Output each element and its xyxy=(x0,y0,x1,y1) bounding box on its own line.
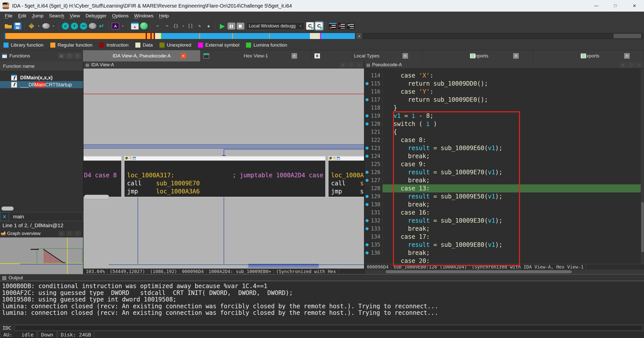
text-view-button[interactable]: T xyxy=(71,22,78,30)
quick-start-dropdown[interactable]: ▼ xyxy=(37,22,41,30)
edit-function-button[interactable]: ✎ xyxy=(196,22,203,30)
navband-left-arrow[interactable]: ◄ xyxy=(356,33,362,39)
open-file-button[interactable] xyxy=(4,22,12,30)
view-float-icon[interactable]: ❐ xyxy=(348,62,354,68)
tab-local-types[interactable]: 0Local Types✕ xyxy=(311,50,422,61)
idc-command-input[interactable] xyxy=(15,325,642,331)
menu-help[interactable]: Help xyxy=(156,12,172,19)
function-list-item[interactable]: f___DllMainCRTStartup xyxy=(0,81,83,88)
stop-process-button[interactable] xyxy=(237,23,244,29)
graph-canvas[interactable]: D4 case 8 ✎ loc_1000A317: ; jumptable 10… xyxy=(84,69,364,268)
pause-process-button[interactable] xyxy=(228,23,235,29)
pseudocode-line[interactable]: 117 return sub_10009DE0(); xyxy=(365,96,644,104)
step-into-button[interactable]: C xyxy=(306,22,314,30)
breakpoint-list-button[interactable] xyxy=(329,23,337,29)
database-snapshot-button[interactable] xyxy=(42,23,50,29)
quick-start-button[interactable] xyxy=(28,22,35,30)
thread-list-button[interactable] xyxy=(338,23,346,29)
menu-jump[interactable]: Jump xyxy=(29,12,46,19)
tab-close-icon[interactable]: ✕ xyxy=(403,53,408,59)
navband-scroll-handle[interactable] xyxy=(614,34,641,38)
block-title-bar[interactable]: ✎ xyxy=(329,156,364,161)
binary-view-button[interactable]: 010 xyxy=(80,22,87,30)
graph-overlay-scrollbar[interactable] xyxy=(84,195,109,199)
pseudocode-line[interactable]: 116 case 'Y': xyxy=(365,88,644,96)
pseudocode-hscroll-handle[interactable] xyxy=(386,270,572,273)
tab-close-icon[interactable]: ✕ xyxy=(513,53,519,59)
module-list-button[interactable] xyxy=(347,23,355,29)
block-group-icon[interactable] xyxy=(337,157,340,160)
tab-close-icon[interactable]: ✕ xyxy=(624,53,630,59)
function-end-button[interactable]: ¬ xyxy=(163,22,171,30)
menu-view[interactable]: View xyxy=(67,12,83,19)
select-range-button[interactable]: [] xyxy=(187,22,194,30)
pseudocode-vscrollbar[interactable] xyxy=(641,69,644,264)
minimize-button[interactable]: — xyxy=(587,0,606,12)
chunk-dropdown[interactable]: ▼ xyxy=(181,22,185,30)
tab-close-icon[interactable]: ✕ xyxy=(292,53,297,59)
step-over-button[interactable]: C xyxy=(315,22,323,30)
start-process-button[interactable]: ▶ xyxy=(219,22,226,30)
block-edit-icon[interactable]: ✎ xyxy=(129,157,132,160)
ascii-strings-button[interactable]: A xyxy=(112,23,119,29)
pseudocode-line[interactable]: 115 return sub_10009DD0(); xyxy=(365,80,644,88)
navigate-button[interactable]: → xyxy=(89,23,96,29)
pseudo-close-icon[interactable]: ✕ xyxy=(636,62,642,68)
breakpoint-button[interactable]: ▲ xyxy=(131,23,139,29)
tab-exports[interactable]: Exports✕ xyxy=(533,50,644,61)
maximize-button[interactable]: □ xyxy=(606,0,625,12)
functions-hscrollbar[interactable] xyxy=(2,207,14,211)
panel-close-icon[interactable]: ✕ xyxy=(74,53,81,59)
basic-block-loc-1000A317[interactable]: ✎ loc_1000A317: ; jumptable 1000A2D4 cas… xyxy=(124,156,326,197)
graph-overview-map[interactable] xyxy=(0,237,83,274)
hex-view-button[interactable]: # xyxy=(62,22,69,30)
block-title-bar[interactable] xyxy=(84,156,121,161)
return-button[interactable]: ↵ xyxy=(98,22,105,30)
snapshot-dropdown[interactable]: ▼ xyxy=(51,22,55,30)
overview-float-icon[interactable]: ❐ xyxy=(66,231,73,236)
function-list-item[interactable]: fDllMain(x,x,x) xyxy=(0,74,83,81)
function-chunk-button[interactable]: {} xyxy=(172,22,180,30)
block-edit-icon[interactable]: ✎ xyxy=(333,157,336,160)
function-name-column-header[interactable]: Function name xyxy=(0,61,83,71)
debugger-select[interactable]: Local Windows debugg xyxy=(246,22,304,30)
menu-options[interactable]: Options xyxy=(109,12,131,19)
menu-windows[interactable]: Windows xyxy=(131,12,156,19)
menu-search[interactable]: Search xyxy=(46,12,67,19)
tab-hex-view-1[interactable]: Hex View-1✕ xyxy=(200,50,311,61)
navband-drag-handle[interactable]: ⋮ xyxy=(0,32,4,40)
pseudocode-line[interactable]: 114 case 'X': xyxy=(365,72,644,80)
block-color-icon[interactable] xyxy=(125,157,128,160)
block-color-icon[interactable] xyxy=(329,157,332,160)
tab-imports[interactable]: Imports✕ xyxy=(422,50,533,61)
save-database-button[interactable] xyxy=(14,22,21,29)
view-dock-icon[interactable]: ▣ xyxy=(340,62,346,68)
overview-dock-icon[interactable]: ▣ xyxy=(58,231,65,236)
close-button[interactable]: ✕ xyxy=(625,0,644,12)
basic-block-partial-right[interactable]: ✎ loc_1000A3call sujmp sh xyxy=(328,156,364,197)
function-start-button[interactable]: ⌐ xyxy=(154,22,162,30)
pseudo-dock-icon[interactable]: ▣ xyxy=(620,62,626,68)
continue-process-button[interactable] xyxy=(140,22,148,29)
set-color-button[interactable]: ◆ xyxy=(205,22,212,30)
block-group-icon[interactable] xyxy=(133,157,136,160)
filter-text[interactable]: main xyxy=(9,212,83,221)
basic-block-partial-left[interactable]: D4 case 8 xyxy=(84,156,122,197)
navband-scrollbar[interactable] xyxy=(363,33,643,39)
pseudocode-vscroll-handle[interactable] xyxy=(641,202,644,252)
pseudocode-line[interactable]: 118 } xyxy=(365,104,644,112)
menu-edit[interactable]: Edit xyxy=(15,12,29,19)
menu-debugger[interactable]: Debugger xyxy=(83,12,109,19)
navigation-band[interactable] xyxy=(5,33,355,39)
filter-close-icon[interactable]: ✕ xyxy=(0,212,9,221)
pseudo-float-icon[interactable]: ❐ xyxy=(628,62,634,68)
block-title-bar[interactable]: ✎ xyxy=(125,156,325,161)
pseudocode-hscrollbar[interactable] xyxy=(365,269,644,274)
panel-dock-icon[interactable]: ▣ xyxy=(58,53,65,59)
strings-dropdown[interactable]: ▼ xyxy=(121,22,125,30)
view-close-icon[interactable]: ✕ xyxy=(356,62,363,68)
tab-close-icon[interactable]: ✕ xyxy=(181,53,186,59)
panel-float-icon[interactable]: ❐ xyxy=(66,53,73,59)
menu-file[interactable]: File xyxy=(2,12,15,19)
tab-ida-view-a-pseudocode-a[interactable]: IDA View-A, Pseudocode-A✕ xyxy=(83,50,200,61)
